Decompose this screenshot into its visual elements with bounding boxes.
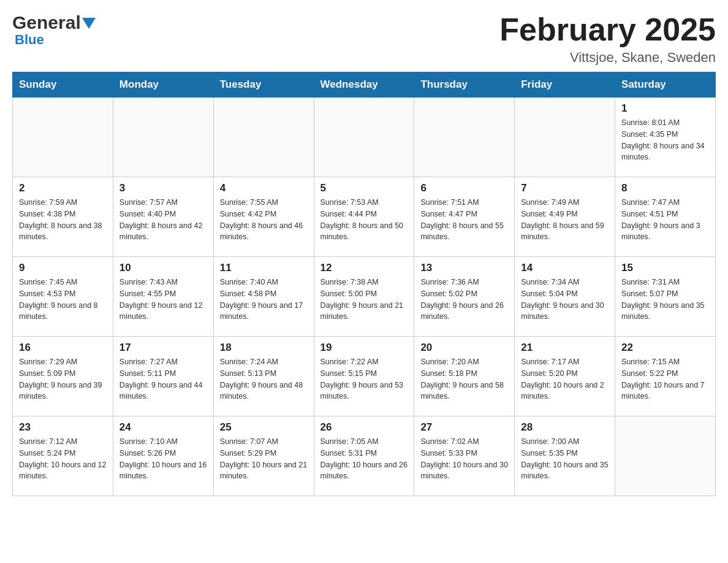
calendar-cell: 17Sunrise: 7:27 AMSunset: 5:11 PMDayligh… <box>113 337 213 416</box>
calendar-cell: 1Sunrise: 8:01 AMSunset: 4:35 PMDaylight… <box>615 98 716 177</box>
calendar-cell <box>213 98 314 177</box>
calendar-cell: 19Sunrise: 7:22 AMSunset: 5:15 PMDayligh… <box>314 337 414 416</box>
calendar-cell <box>515 98 615 177</box>
day-info: Sunrise: 7:36 AMSunset: 5:02 PMDaylight:… <box>420 277 508 323</box>
calendar-cell: 8Sunrise: 7:47 AMSunset: 4:51 PMDaylight… <box>615 177 716 257</box>
day-info: Sunrise: 7:53 AMSunset: 4:44 PMDaylight:… <box>320 197 408 243</box>
day-info: Sunrise: 7:31 AMSunset: 5:07 PMDaylight:… <box>621 277 709 323</box>
day-number: 1 <box>621 102 709 115</box>
calendar-cell: 3Sunrise: 7:57 AMSunset: 4:40 PMDaylight… <box>113 177 213 257</box>
calendar-body: 1Sunrise: 8:01 AMSunset: 4:35 PMDaylight… <box>13 98 716 496</box>
calendar-cell: 20Sunrise: 7:20 AMSunset: 5:18 PMDayligh… <box>414 337 515 416</box>
day-info: Sunrise: 7:29 AMSunset: 5:09 PMDaylight:… <box>19 356 107 402</box>
day-info: Sunrise: 7:22 AMSunset: 5:15 PMDaylight:… <box>320 356 408 402</box>
day-number: 17 <box>119 342 207 354</box>
day-info: Sunrise: 7:27 AMSunset: 5:11 PMDaylight:… <box>119 356 207 402</box>
calendar-cell: 15Sunrise: 7:31 AMSunset: 5:07 PMDayligh… <box>615 257 716 337</box>
day-number: 7 <box>521 182 609 194</box>
day-info: Sunrise: 7:45 AMSunset: 4:53 PMDaylight:… <box>19 277 107 323</box>
day-info: Sunrise: 7:49 AMSunset: 4:49 PMDaylight:… <box>521 197 609 243</box>
page-header: General Blue February 2025 Vittsjoe, Ska… <box>12 12 716 66</box>
day-number: 20 <box>420 342 508 354</box>
calendar-week-2: 9Sunrise: 7:45 AMSunset: 4:53 PMDaylight… <box>13 257 716 337</box>
calendar-table: Sunday Monday Tuesday Wednesday Thursday… <box>12 72 716 496</box>
calendar-cell <box>13 98 113 177</box>
header-row: Sunday Monday Tuesday Wednesday Thursday… <box>13 72 716 98</box>
day-info: Sunrise: 8:01 AMSunset: 4:35 PMDaylight:… <box>621 117 709 163</box>
day-number: 8 <box>621 182 709 194</box>
day-info: Sunrise: 7:55 AMSunset: 4:42 PMDaylight:… <box>220 197 308 243</box>
day-info: Sunrise: 7:24 AMSunset: 5:13 PMDaylight:… <box>220 356 308 402</box>
svg-marker-0 <box>82 18 96 29</box>
day-info: Sunrise: 7:02 AMSunset: 5:33 PMDaylight:… <box>420 436 508 482</box>
day-info: Sunrise: 7:20 AMSunset: 5:18 PMDaylight:… <box>420 356 508 402</box>
day-number: 25 <box>220 421 308 434</box>
day-number: 2 <box>19 182 107 194</box>
calendar-title: February 2025 <box>499 12 716 47</box>
day-number: 27 <box>420 421 508 434</box>
day-number: 13 <box>420 262 508 274</box>
day-number: 23 <box>19 421 107 434</box>
day-info: Sunrise: 7:51 AMSunset: 4:47 PMDaylight:… <box>420 197 508 243</box>
day-info: Sunrise: 7:05 AMSunset: 5:31 PMDaylight:… <box>320 436 408 482</box>
calendar-subtitle: Vittsjoe, Skane, Sweden <box>499 50 716 66</box>
logo-general-text: General <box>12 12 81 33</box>
calendar-cell: 5Sunrise: 7:53 AMSunset: 4:44 PMDaylight… <box>314 177 414 257</box>
day-info: Sunrise: 7:00 AMSunset: 5:35 PMDaylight:… <box>521 436 609 482</box>
calendar-cell: 23Sunrise: 7:12 AMSunset: 5:24 PMDayligh… <box>13 416 113 496</box>
col-friday: Friday <box>515 72 615 98</box>
calendar-cell: 28Sunrise: 7:00 AMSunset: 5:35 PMDayligh… <box>515 416 615 496</box>
day-info: Sunrise: 7:40 AMSunset: 4:58 PMDaylight:… <box>220 277 308 323</box>
calendar-week-4: 23Sunrise: 7:12 AMSunset: 5:24 PMDayligh… <box>13 416 716 496</box>
calendar-cell: 22Sunrise: 7:15 AMSunset: 5:22 PMDayligh… <box>615 337 716 416</box>
calendar-cell: 25Sunrise: 7:07 AMSunset: 5:29 PMDayligh… <box>213 416 314 496</box>
calendar-cell: 2Sunrise: 7:59 AMSunset: 4:38 PMDaylight… <box>13 177 113 257</box>
day-info: Sunrise: 7:57 AMSunset: 4:40 PMDaylight:… <box>119 197 207 243</box>
calendar-cell: 13Sunrise: 7:36 AMSunset: 5:02 PMDayligh… <box>414 257 515 337</box>
day-info: Sunrise: 7:59 AMSunset: 4:38 PMDaylight:… <box>19 197 107 243</box>
day-info: Sunrise: 7:17 AMSunset: 5:20 PMDaylight:… <box>521 356 609 402</box>
calendar-cell: 4Sunrise: 7:55 AMSunset: 4:42 PMDaylight… <box>213 177 314 257</box>
calendar-cell <box>113 98 213 177</box>
day-info: Sunrise: 7:43 AMSunset: 4:55 PMDaylight:… <box>119 277 207 323</box>
day-info: Sunrise: 7:12 AMSunset: 5:24 PMDaylight:… <box>19 436 107 482</box>
day-number: 11 <box>220 262 308 274</box>
calendar-cell: 14Sunrise: 7:34 AMSunset: 5:04 PMDayligh… <box>515 257 615 337</box>
col-thursday: Thursday <box>414 72 515 98</box>
day-number: 16 <box>19 342 107 354</box>
day-number: 18 <box>220 342 308 354</box>
day-number: 9 <box>19 262 107 274</box>
calendar-week-3: 16Sunrise: 7:29 AMSunset: 5:09 PMDayligh… <box>13 337 716 416</box>
calendar-cell: 12Sunrise: 7:38 AMSunset: 5:00 PMDayligh… <box>314 257 414 337</box>
calendar-cell: 10Sunrise: 7:43 AMSunset: 4:55 PMDayligh… <box>113 257 213 337</box>
calendar-cell: 21Sunrise: 7:17 AMSunset: 5:20 PMDayligh… <box>515 337 615 416</box>
calendar-cell: 18Sunrise: 7:24 AMSunset: 5:13 PMDayligh… <box>213 337 314 416</box>
day-info: Sunrise: 7:47 AMSunset: 4:51 PMDaylight:… <box>621 197 709 243</box>
calendar-cell: 16Sunrise: 7:29 AMSunset: 5:09 PMDayligh… <box>13 337 113 416</box>
calendar-cell <box>615 416 716 496</box>
calendar-header: Sunday Monday Tuesday Wednesday Thursday… <box>13 72 716 98</box>
calendar-cell <box>414 98 515 177</box>
logo: General Blue <box>12 12 96 48</box>
logo-blue-text: Blue <box>12 32 44 48</box>
calendar-week-0: 1Sunrise: 8:01 AMSunset: 4:35 PMDaylight… <box>13 98 716 177</box>
day-info: Sunrise: 7:38 AMSunset: 5:00 PMDaylight:… <box>320 277 408 323</box>
day-number: 5 <box>320 182 408 194</box>
day-number: 15 <box>621 262 709 274</box>
day-number: 4 <box>220 182 308 194</box>
day-number: 3 <box>119 182 207 194</box>
calendar-cell <box>314 98 414 177</box>
day-number: 19 <box>320 342 408 354</box>
day-number: 12 <box>320 262 408 274</box>
day-info: Sunrise: 7:07 AMSunset: 5:29 PMDaylight:… <box>220 436 308 482</box>
calendar-cell: 11Sunrise: 7:40 AMSunset: 4:58 PMDayligh… <box>213 257 314 337</box>
day-number: 28 <box>521 421 609 434</box>
calendar-week-1: 2Sunrise: 7:59 AMSunset: 4:38 PMDaylight… <box>13 177 716 257</box>
calendar-cell: 6Sunrise: 7:51 AMSunset: 4:47 PMDaylight… <box>414 177 515 257</box>
day-number: 14 <box>521 262 609 274</box>
day-info: Sunrise: 7:15 AMSunset: 5:22 PMDaylight:… <box>621 356 709 402</box>
day-number: 21 <box>521 342 609 354</box>
calendar-cell: 24Sunrise: 7:10 AMSunset: 5:26 PMDayligh… <box>113 416 213 496</box>
calendar-cell: 26Sunrise: 7:05 AMSunset: 5:31 PMDayligh… <box>314 416 414 496</box>
day-info: Sunrise: 7:34 AMSunset: 5:04 PMDaylight:… <box>521 277 609 323</box>
